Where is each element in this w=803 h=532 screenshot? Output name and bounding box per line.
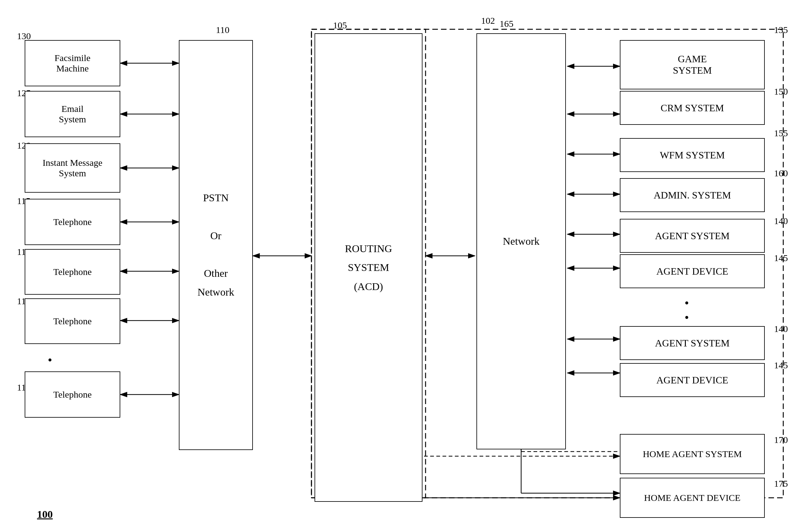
home-agent-device-label: HOME AGENT DEVICE bbox=[644, 493, 741, 503]
game-system-label: GAME SYSTEM bbox=[673, 53, 712, 76]
admin-system-label: ADMIN. SYSTEM bbox=[654, 190, 731, 201]
network-label: Network bbox=[503, 235, 540, 247]
facsimile-label: Facsimile Machine bbox=[55, 53, 91, 74]
routing-label: ROUTING SYSTEM (ACD) bbox=[345, 239, 392, 296]
label-150: 150 bbox=[774, 86, 788, 97]
telephone2-box: Telephone bbox=[25, 249, 120, 294]
agent-device2-label: AGENT DEVICE bbox=[656, 375, 728, 386]
email-label: Email System bbox=[59, 103, 86, 125]
pstn-box: PSTN Or Other Network bbox=[179, 40, 253, 450]
crm-system-box: CRM SYSTEM bbox=[620, 91, 765, 125]
label-105: 105 bbox=[333, 20, 347, 31]
telephone4-box: Telephone bbox=[25, 372, 120, 418]
label-140a: 140 bbox=[774, 216, 788, 226]
wfm-system-box: WFM SYSTEM bbox=[620, 138, 765, 172]
agent-device2-box: AGENT DEVICE bbox=[620, 363, 765, 397]
home-agent-system-label: HOME AGENT SYSTEM bbox=[643, 449, 742, 459]
email-box: Email System bbox=[25, 91, 120, 137]
telephone2-label: Telephone bbox=[53, 267, 92, 277]
label-160: 160 bbox=[774, 168, 788, 178]
instant-message-label: Instant Message System bbox=[42, 157, 102, 178]
facsimile-box: Facsimile Machine bbox=[25, 40, 120, 86]
wfm-system-label: WFM SYSTEM bbox=[660, 150, 725, 161]
telephone1-label: Telephone bbox=[53, 217, 92, 227]
label-135: 135 bbox=[774, 25, 788, 35]
telephone1-box: Telephone bbox=[25, 199, 120, 245]
agent-device1-box: AGENT DEVICE bbox=[620, 254, 765, 288]
label-170: 170 bbox=[774, 435, 788, 445]
network-box: Network bbox=[477, 33, 566, 450]
agent-device1-label: AGENT DEVICE bbox=[656, 266, 728, 277]
label-145a: 145 bbox=[774, 253, 788, 263]
telephone3-box: Telephone bbox=[25, 298, 120, 344]
label-165: 165 bbox=[500, 19, 513, 29]
label-140b: 140 bbox=[774, 324, 788, 334]
label-130: 130 bbox=[17, 31, 31, 41]
label-110: 110 bbox=[216, 25, 229, 35]
label-102: 102 bbox=[481, 15, 495, 26]
admin-system-box: ADMIN. SYSTEM bbox=[620, 178, 765, 212]
agent-system1-box: AGENT SYSTEM bbox=[620, 219, 765, 253]
agent-system2-box: AGENT SYSTEM bbox=[620, 326, 765, 360]
agent-system1-label: AGENT SYSTEM bbox=[655, 230, 730, 242]
telephone4-label: Telephone bbox=[53, 389, 92, 400]
label-100: 100 bbox=[37, 509, 53, 520]
instant-message-box: Instant Message System bbox=[25, 143, 120, 193]
game-system-box: GAME SYSTEM bbox=[620, 40, 765, 89]
home-agent-system-box: HOME AGENT SYSTEM bbox=[620, 434, 765, 474]
agent-system2-label: AGENT SYSTEM bbox=[655, 338, 730, 349]
label-175: 175 bbox=[774, 478, 788, 489]
crm-system-label: CRM SYSTEM bbox=[660, 102, 724, 114]
label-145b: 145 bbox=[774, 360, 788, 370]
routing-box: ROUTING SYSTEM (ACD) bbox=[315, 33, 423, 502]
telephone3-label: Telephone bbox=[53, 316, 92, 326]
pstn-label: PSTN Or Other Network bbox=[198, 188, 235, 301]
home-agent-device-box: HOME AGENT DEVICE bbox=[620, 478, 765, 518]
label-155: 155 bbox=[774, 128, 788, 138]
